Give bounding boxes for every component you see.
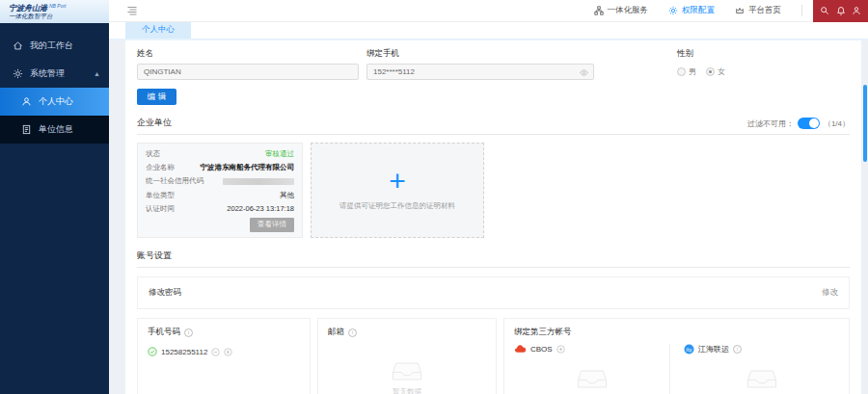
logo-title: 宁波舟山港 bbox=[9, 4, 47, 13]
sidebar-item-unit-info[interactable]: 单位信息 bbox=[0, 116, 109, 144]
add-circle-icon[interactable] bbox=[556, 345, 565, 354]
email-card: 邮箱 i 暂无数据 bbox=[317, 318, 497, 394]
content-panel: 姓名 QINGTIAN 绑定手机 152****5112 性别 男 bbox=[125, 40, 861, 394]
empty-text: 暂无数据 bbox=[393, 387, 421, 394]
section-title: 企业单位 bbox=[137, 117, 172, 129]
eye-icon[interactable] bbox=[580, 68, 588, 77]
add-card-hint: 请提供可证明您工作信息的证明材料 bbox=[339, 201, 455, 211]
filter-label: 过滤不可用： bbox=[747, 118, 794, 129]
third-party-card: 绑定第三方帐号 CBOS bbox=[503, 318, 850, 394]
provider-cbos: CBOS 暂无数据 bbox=[514, 344, 669, 394]
sidebar-item-label: 我的工作台 bbox=[30, 39, 73, 52]
gender-option-label: 女 bbox=[718, 66, 725, 77]
gender-option-label: 男 bbox=[689, 66, 696, 77]
sidebar-submenu: 个人中心 单位信息 bbox=[0, 88, 109, 144]
provider-name: 江海联运 bbox=[698, 344, 729, 355]
plus-icon: + bbox=[389, 170, 406, 193]
radio-icon bbox=[677, 67, 686, 76]
tab-bar: 个人中心 bbox=[109, 22, 868, 40]
row-label: 状态 bbox=[146, 149, 160, 159]
sidebar-item-personal-center[interactable]: 个人中心 bbox=[0, 88, 109, 116]
masked-credit-code bbox=[223, 178, 294, 185]
email-card-title: 邮箱 bbox=[328, 327, 344, 338]
header-quick-actions bbox=[813, 0, 868, 22]
crown-icon bbox=[735, 6, 745, 15]
filter-toggle[interactable] bbox=[798, 118, 820, 129]
jianghai-logo-icon bbox=[684, 344, 694, 355]
scrollbar-thumb[interactable] bbox=[863, 85, 867, 162]
third-party-title: 绑定第三方帐号 bbox=[514, 327, 572, 338]
view-details-button[interactable]: 查看详情 bbox=[250, 218, 294, 232]
sidebar-item-system-management[interactable]: 系统管理 ▲ bbox=[0, 60, 109, 88]
provider-name: CBOS bbox=[530, 345, 553, 354]
nav-label: 一体化服务 bbox=[608, 5, 649, 16]
row-label: 统一社会信用代码 bbox=[146, 176, 203, 186]
email-empty-state: 暂无数据 bbox=[328, 338, 486, 394]
gear-icon bbox=[668, 6, 678, 15]
filter-count: （1/4） bbox=[824, 118, 850, 129]
unit-type: 其他 bbox=[280, 191, 294, 200]
chevron-up-icon: ▲ bbox=[94, 70, 100, 77]
company-name: 宁波港东南船务代理有限公司 bbox=[201, 163, 295, 172]
certified-time: 2022-06-23 13:17:18 bbox=[227, 204, 294, 213]
logo-superscript: NB Port bbox=[49, 4, 67, 9]
nav-platform-home[interactable]: 平台首页 bbox=[735, 5, 781, 16]
edit-button[interactable]: 编辑 bbox=[137, 89, 176, 105]
nav-integrated-services[interactable]: 一体化服务 bbox=[594, 5, 649, 16]
unbind-minus-icon[interactable] bbox=[211, 348, 220, 356]
row-label: 单位类型 bbox=[146, 191, 175, 200]
sidebar-menu: 我的工作台 系统管理 ▲ 个人中心 单位信息 bbox=[0, 23, 109, 144]
bell-icon[interactable] bbox=[836, 6, 846, 15]
nav-permission-config[interactable]: 权限配置 bbox=[668, 5, 715, 16]
gender-label: 性别 bbox=[677, 48, 725, 60]
sidebar-item-label: 单位信息 bbox=[39, 123, 73, 136]
document-icon bbox=[21, 124, 32, 135]
bound-phone-number: 15258255112 bbox=[161, 348, 207, 356]
tab-personal-center[interactable]: 个人中心 bbox=[125, 20, 191, 39]
empty-inbox-icon bbox=[392, 360, 422, 382]
gender-option-female[interactable]: 女 bbox=[706, 66, 725, 77]
info-icon: i bbox=[348, 328, 357, 337]
radio-selected-icon bbox=[706, 67, 715, 76]
cbos-empty-state: 暂无数据 bbox=[514, 354, 669, 394]
main-content: 姓名 QINGTIAN 绑定手机 152****5112 性别 男 bbox=[109, 40, 868, 394]
row-label: 认证时间 bbox=[146, 204, 175, 214]
enterprise-card: 状态 审核通过 企业名称 宁波港东南船务代理有限公司 统一社会信用代码 单位类型… bbox=[137, 143, 303, 238]
gear-icon bbox=[13, 68, 23, 79]
enterprise-cards: 状态 审核通过 企业名称 宁波港东南船务代理有限公司 统一社会信用代码 单位类型… bbox=[137, 143, 850, 238]
header-right: 一体化服务 权限配置 平台首页 bbox=[594, 0, 868, 21]
info-icon: i bbox=[733, 345, 742, 354]
profile-form: 姓名 QINGTIAN 绑定手机 152****5112 性别 男 bbox=[137, 48, 850, 80]
change-password-row: 修改密码 修改 bbox=[137, 276, 850, 309]
user-icon[interactable] bbox=[852, 6, 861, 15]
name-field[interactable]: QINGTIAN bbox=[137, 64, 359, 80]
sidebar-collapse-icon[interactable] bbox=[126, 5, 138, 16]
gender-option-male[interactable]: 男 bbox=[677, 66, 696, 77]
home-icon bbox=[13, 40, 23, 51]
user-icon bbox=[21, 96, 32, 107]
nav-label: 权限配置 bbox=[682, 5, 715, 16]
cloud-icon bbox=[514, 344, 527, 354]
search-icon[interactable] bbox=[820, 6, 829, 15]
modify-link[interactable]: 修改 bbox=[822, 287, 838, 299]
filter-row: 过滤不可用： （1/4） bbox=[747, 118, 850, 129]
phone-field[interactable]: 152****5112 bbox=[366, 64, 594, 80]
phone-label: 绑定手机 bbox=[366, 48, 594, 60]
add-enterprise-card[interactable]: + 请提供可证明您工作信息的证明材料 bbox=[311, 143, 484, 238]
org-chart-icon bbox=[594, 6, 604, 15]
jianghai-empty-state: 暂无数据 bbox=[684, 355, 839, 394]
account-section-header: 账号设置 bbox=[137, 250, 850, 268]
settings-circle-icon[interactable] bbox=[224, 348, 232, 356]
info-icon: i bbox=[184, 328, 193, 337]
enterprise-section-header: 企业单位 过滤不可用： （1/4） bbox=[137, 117, 850, 135]
phone-card: 手机号码 i 15258255112 bbox=[137, 318, 311, 394]
sidebar-item-label: 个人中心 bbox=[39, 95, 73, 108]
binding-cards: 手机号码 i 15258255112 bbox=[137, 318, 850, 394]
provider-jianghai: 江海联运 i 暂无数据 bbox=[669, 344, 839, 394]
sidebar: 宁波舟山港 NB Port 一体化数智平台 我的工作台 系统管理 ▲ 个人中心 bbox=[0, 0, 109, 394]
top-header: 一体化服务 权限配置 平台首页 bbox=[109, 0, 868, 22]
sidebar-item-label: 系统管理 bbox=[30, 67, 65, 80]
sidebar-item-workbench[interactable]: 我的工作台 bbox=[0, 32, 109, 60]
empty-inbox-icon bbox=[577, 368, 608, 390]
row-label: 企业名称 bbox=[146, 163, 175, 172]
